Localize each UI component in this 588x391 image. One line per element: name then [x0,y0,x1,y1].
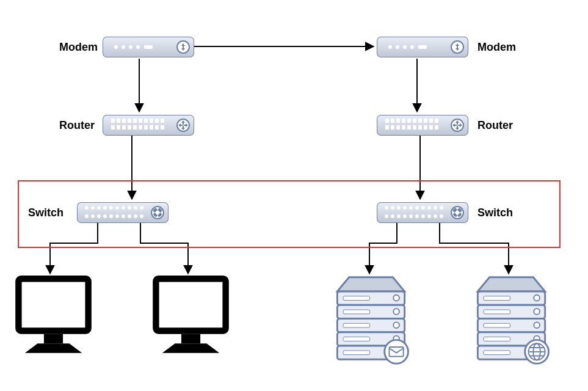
svg-point-2 [114,45,118,49]
svg-rect-35 [150,125,153,130]
svg-rect-55 [407,125,411,130]
svg-rect-56 [413,125,416,130]
svg-rect-57 [418,125,422,130]
svg-rect-19 [117,119,120,123]
svg-rect-29 [117,125,120,130]
svg-rect-21 [128,119,131,123]
svg-point-5 [136,45,140,49]
svg-rect-32 [133,125,137,130]
svg-rect-50 [435,119,438,123]
router-icon [103,115,194,136]
svg-rect-108 [18,279,88,331]
svg-rect-49 [429,119,433,123]
svg-point-104 [427,214,431,218]
svg-rect-47 [418,119,422,123]
svg-point-13 [410,45,414,49]
svg-point-68 [109,206,113,210]
svg-rect-59 [429,125,433,130]
svg-rect-31 [128,125,131,130]
svg-rect-48 [424,119,427,123]
svg-rect-30 [122,125,126,130]
svg-point-79 [115,214,119,218]
svg-point-99 [397,214,401,218]
svg-point-96 [440,206,443,210]
svg-rect-126 [343,351,370,355]
svg-point-65 [91,206,95,210]
svg-point-116 [393,309,399,315]
server-icon [330,274,412,365]
svg-point-91 [409,206,413,210]
svg-rect-109 [44,334,63,344]
svg-rect-24 [144,119,148,123]
svg-rect-110 [156,279,225,331]
svg-point-87 [385,206,388,210]
svg-point-106 [440,214,443,218]
svg-rect-54 [402,125,405,130]
svg-point-90 [403,206,407,210]
svg-point-88 [391,206,394,210]
svg-point-119 [393,322,399,328]
svg-point-93 [421,206,425,210]
svg-point-102 [415,214,419,218]
svg-point-136 [534,322,540,328]
svg-rect-53 [396,125,400,130]
svg-point-66 [97,206,101,210]
label-modem-right: Modem [477,41,516,54]
svg-point-67 [103,206,107,210]
svg-point-71 [128,206,131,210]
switch-icon [377,202,468,223]
svg-point-101 [409,214,413,218]
svg-rect-20 [122,119,126,123]
svg-rect-41 [385,119,389,123]
svg-rect-28 [111,125,115,130]
svg-point-74 [85,214,89,218]
label-router-left: Router [59,119,95,132]
svg-point-70 [122,206,125,210]
svg-rect-123 [343,337,370,342]
svg-rect-58 [424,125,427,130]
svg-point-73 [140,206,143,210]
svg-rect-117 [343,310,370,314]
switch-icon [77,202,169,223]
svg-point-98 [391,214,394,218]
svg-rect-52 [391,125,394,130]
svg-point-94 [427,206,431,210]
svg-point-83 [140,214,143,218]
svg-rect-114 [343,296,370,301]
svg-point-81 [128,214,131,218]
svg-rect-34 [144,125,148,130]
svg-rect-111 [181,334,200,344]
svg-rect-51 [385,125,389,130]
svg-point-107 [451,206,463,219]
svg-rect-25 [150,119,153,123]
svg-rect-44 [402,119,405,123]
svg-point-12 [403,45,407,49]
svg-rect-42 [391,119,394,123]
svg-point-97 [385,214,388,218]
svg-rect-131 [484,296,510,301]
svg-point-80 [122,214,125,218]
server-icon [470,274,553,365]
svg-point-11 [396,45,399,49]
pc-icon [12,274,95,356]
svg-point-130 [534,295,540,301]
svg-point-105 [434,214,437,218]
svg-rect-36 [155,125,159,130]
svg-point-76 [97,214,101,218]
label-switch-left: Switch [28,206,64,219]
pc-icon [150,274,232,356]
svg-point-82 [134,214,137,218]
svg-point-103 [421,214,425,218]
svg-point-3 [122,45,125,49]
svg-point-77 [103,214,107,218]
modem-icon [377,37,468,57]
svg-point-100 [403,214,407,218]
svg-rect-46 [413,119,416,123]
svg-rect-33 [139,125,142,130]
svg-point-95 [434,206,437,210]
diagram-canvas: Modem Modem Router Router Switch Switch [0,0,588,391]
svg-rect-23 [139,119,142,123]
svg-rect-137 [484,323,510,327]
svg-point-75 [91,214,95,218]
svg-rect-143 [484,351,510,355]
